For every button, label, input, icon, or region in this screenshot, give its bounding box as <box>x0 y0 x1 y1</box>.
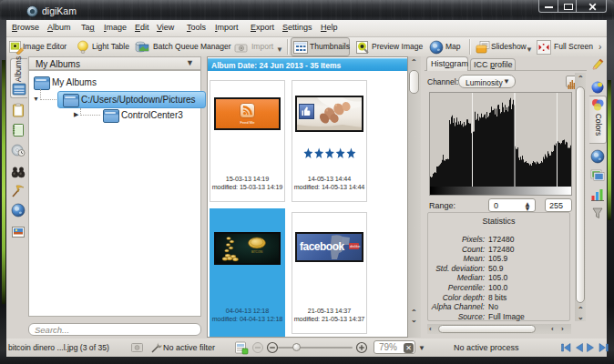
svg-text:BITCOIN: BITCOIN <box>251 250 262 254</box>
